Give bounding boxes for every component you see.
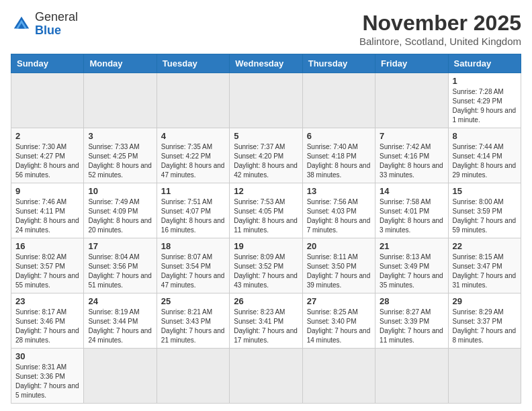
day-number: 8 (453, 131, 517, 141)
day-number: 5 (234, 131, 298, 141)
day-info: Sunrise: 7:46 AM Sunset: 4:11 PM Dayligh… (15, 197, 79, 235)
day-info: Sunrise: 7:44 AM Sunset: 4:14 PM Dayligh… (453, 142, 517, 180)
calendar-cell: 24Sunrise: 8:19 AM Sunset: 3:44 PM Dayli… (84, 293, 157, 349)
day-info: Sunrise: 8:19 AM Sunset: 3:44 PM Dayligh… (88, 308, 152, 345)
day-number: 21 (380, 241, 443, 251)
calendar-cell: 8Sunrise: 7:44 AM Sunset: 4:14 PM Daylig… (448, 128, 521, 183)
day-info: Sunrise: 7:42 AM Sunset: 4:16 PM Dayligh… (380, 142, 443, 180)
day-info: Sunrise: 8:09 AM Sunset: 3:52 PM Dayligh… (234, 253, 298, 290)
day-info: Sunrise: 8:15 AM Sunset: 3:47 PM Dayligh… (453, 253, 517, 290)
calendar-cell (375, 349, 448, 404)
calendar-table: SundayMondayTuesdayWednesdayThursdayFrid… (11, 54, 521, 404)
calendar-cell: 16Sunrise: 8:02 AM Sunset: 3:57 PM Dayli… (11, 238, 84, 293)
calendar-cell: 18Sunrise: 8:07 AM Sunset: 3:54 PM Dayli… (157, 238, 229, 293)
day-info: Sunrise: 8:17 AM Sunset: 3:46 PM Dayligh… (15, 308, 79, 345)
day-info: Sunrise: 8:21 AM Sunset: 3:43 PM Dayligh… (161, 308, 225, 345)
day-info: Sunrise: 8:11 AM Sunset: 3:50 PM Dayligh… (307, 253, 371, 290)
calendar-cell: 25Sunrise: 8:21 AM Sunset: 3:43 PM Dayli… (157, 293, 229, 349)
day-number: 10 (88, 186, 152, 196)
day-number: 18 (161, 241, 225, 251)
day-number: 11 (161, 186, 225, 196)
location-subtitle: Balintore, Scotland, United Kingdom (359, 36, 521, 47)
calendar-cell (375, 73, 448, 128)
day-number: 17 (88, 241, 152, 251)
day-info: Sunrise: 7:37 AM Sunset: 4:20 PM Dayligh… (234, 142, 298, 180)
day-info: Sunrise: 7:51 AM Sunset: 4:07 PM Dayligh… (161, 197, 225, 235)
calendar-cell: 22Sunrise: 8:15 AM Sunset: 3:47 PM Dayli… (448, 238, 521, 293)
month-title: November 2025 (359, 11, 521, 36)
day-info: Sunrise: 8:02 AM Sunset: 3:57 PM Dayligh… (15, 253, 79, 290)
calendar-cell (84, 349, 157, 404)
calendar-cell: 27Sunrise: 8:25 AM Sunset: 3:40 PM Dayli… (302, 293, 375, 349)
day-number: 28 (380, 296, 443, 306)
weekday-header-sunday: Sunday (11, 54, 84, 73)
header: General Blue November 2025 Balintore, Sc… (11, 11, 521, 47)
weekday-header-tuesday: Tuesday (157, 54, 229, 73)
calendar-cell: 14Sunrise: 7:58 AM Sunset: 4:01 PM Dayli… (375, 183, 448, 238)
week-row-3: 9Sunrise: 7:46 AM Sunset: 4:11 PM Daylig… (11, 183, 521, 238)
day-number: 16 (15, 241, 79, 251)
day-number: 14 (380, 186, 443, 196)
calendar-cell: 11Sunrise: 7:51 AM Sunset: 4:07 PM Dayli… (157, 183, 229, 238)
title-area: November 2025 Balintore, Scotland, Unite… (359, 11, 521, 47)
day-number: 7 (380, 131, 443, 141)
day-number: 9 (15, 186, 79, 196)
weekday-header-row: SundayMondayTuesdayWednesdayThursdayFrid… (11, 54, 521, 73)
calendar-cell: 29Sunrise: 8:29 AM Sunset: 3:37 PM Dayli… (448, 293, 521, 349)
weekday-header-thursday: Thursday (302, 54, 375, 73)
day-info: Sunrise: 8:25 AM Sunset: 3:40 PM Dayligh… (307, 308, 371, 345)
day-info: Sunrise: 8:04 AM Sunset: 3:56 PM Dayligh… (88, 253, 152, 290)
day-number: 3 (88, 131, 152, 141)
calendar-cell (84, 73, 157, 128)
calendar-cell: 7Sunrise: 7:42 AM Sunset: 4:16 PM Daylig… (375, 128, 448, 183)
calendar-cell: 20Sunrise: 8:11 AM Sunset: 3:50 PM Dayli… (302, 238, 375, 293)
day-info: Sunrise: 7:30 AM Sunset: 4:27 PM Dayligh… (15, 142, 79, 180)
weekday-header-monday: Monday (84, 54, 157, 73)
day-number: 19 (234, 241, 298, 251)
calendar-cell: 10Sunrise: 7:49 AM Sunset: 4:09 PM Dayli… (84, 183, 157, 238)
calendar-cell: 6Sunrise: 7:40 AM Sunset: 4:18 PM Daylig… (302, 128, 375, 183)
calendar-cell: 2Sunrise: 7:30 AM Sunset: 4:27 PM Daylig… (11, 128, 84, 183)
calendar-cell: 26Sunrise: 8:23 AM Sunset: 3:41 PM Dayli… (230, 293, 302, 349)
day-info: Sunrise: 7:53 AM Sunset: 4:05 PM Dayligh… (234, 197, 298, 235)
calendar-cell: 17Sunrise: 8:04 AM Sunset: 3:56 PM Dayli… (84, 238, 157, 293)
day-number: 27 (307, 296, 371, 306)
calendar-cell (157, 349, 229, 404)
calendar-cell (230, 73, 302, 128)
day-number: 4 (161, 131, 225, 141)
calendar-cell: 1Sunrise: 7:28 AM Sunset: 4:29 PM Daylig… (448, 73, 521, 128)
week-row-6: 30Sunrise: 8:31 AM Sunset: 3:36 PM Dayli… (11, 349, 521, 404)
calendar-cell (230, 349, 302, 404)
calendar-cell: 28Sunrise: 8:27 AM Sunset: 3:39 PM Dayli… (375, 293, 448, 349)
logo: General Blue (11, 11, 78, 38)
day-info: Sunrise: 8:13 AM Sunset: 3:49 PM Dayligh… (380, 253, 443, 290)
day-number: 20 (307, 241, 371, 251)
day-number: 22 (453, 241, 517, 251)
week-row-1: 1Sunrise: 7:28 AM Sunset: 4:29 PM Daylig… (11, 73, 521, 128)
day-number: 6 (307, 131, 371, 141)
day-number: 30 (15, 351, 79, 361)
weekday-header-saturday: Saturday (448, 54, 521, 73)
day-number: 26 (234, 296, 298, 306)
week-row-2: 2Sunrise: 7:30 AM Sunset: 4:27 PM Daylig… (11, 128, 521, 183)
day-info: Sunrise: 7:40 AM Sunset: 4:18 PM Dayligh… (307, 142, 371, 180)
calendar-cell (448, 349, 521, 404)
calendar-cell (11, 73, 84, 128)
weekday-header-friday: Friday (375, 54, 448, 73)
day-info: Sunrise: 7:58 AM Sunset: 4:01 PM Dayligh… (380, 197, 443, 235)
logo-text: General Blue (35, 11, 78, 38)
calendar-cell: 13Sunrise: 7:56 AM Sunset: 4:03 PM Dayli… (302, 183, 375, 238)
day-info: Sunrise: 7:33 AM Sunset: 4:25 PM Dayligh… (88, 142, 152, 180)
day-info: Sunrise: 8:07 AM Sunset: 3:54 PM Dayligh… (161, 253, 225, 290)
day-number: 2 (15, 131, 79, 141)
day-info: Sunrise: 8:31 AM Sunset: 3:36 PM Dayligh… (15, 363, 79, 400)
generalblue-logo-icon (11, 13, 32, 35)
day-number: 15 (453, 186, 517, 196)
day-info: Sunrise: 8:27 AM Sunset: 3:39 PM Dayligh… (380, 308, 443, 345)
calendar-cell: 3Sunrise: 7:33 AM Sunset: 4:25 PM Daylig… (84, 128, 157, 183)
day-number: 23 (15, 296, 79, 306)
day-number: 1 (453, 76, 517, 86)
calendar-cell: 21Sunrise: 8:13 AM Sunset: 3:49 PM Dayli… (375, 238, 448, 293)
calendar-cell: 5Sunrise: 7:37 AM Sunset: 4:20 PM Daylig… (230, 128, 302, 183)
calendar-cell: 9Sunrise: 7:46 AM Sunset: 4:11 PM Daylig… (11, 183, 84, 238)
